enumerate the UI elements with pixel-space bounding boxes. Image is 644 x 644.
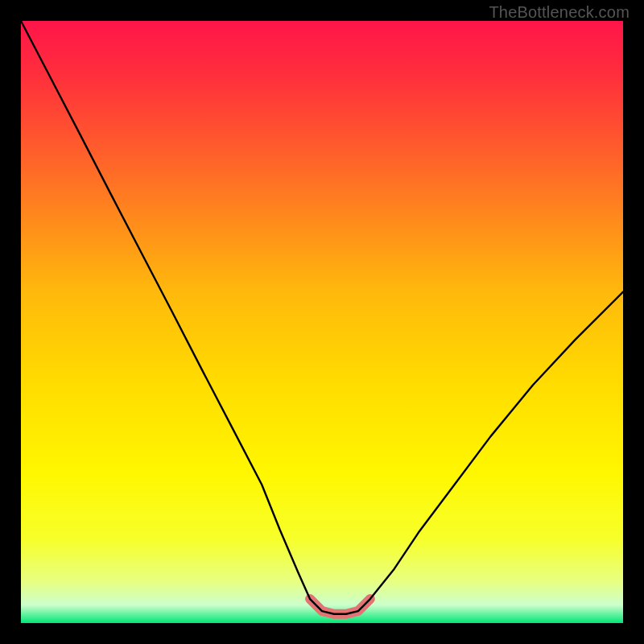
watermark-text: TheBottleneck.com — [489, 3, 630, 22]
bottleneck-curve-layer — [21, 21, 623, 623]
bottleneck-curve — [21, 21, 623, 614]
near-zero-highlight — [310, 599, 370, 614]
plot-area — [21, 21, 623, 623]
chart-frame: TheBottleneck.com — [0, 0, 644, 644]
